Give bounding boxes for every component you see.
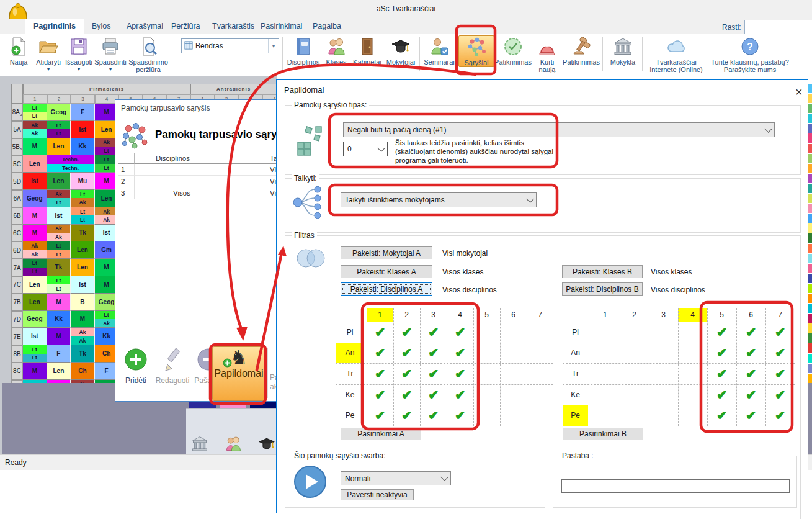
toolbar-item-sąryšiai[interactable]: Sąryšiai	[458, 35, 494, 67]
change-subjects-b-button[interactable]: Pakeisti: Disciplinos B	[562, 282, 643, 296]
class-row-label-5A[interactable]: 5A	[11, 121, 23, 138]
tab-pagrindinis[interactable]: Pagrindinis	[25, 19, 84, 34]
toolbar-item-išsaugoti[interactable]: Išsaugoti▾	[65, 35, 93, 72]
advanced-button[interactable]: ♞ Papildomai	[212, 346, 265, 401]
checkmark-icon[interactable]: ✔	[367, 384, 393, 405]
grid-cell[interactable]	[527, 405, 553, 426]
toolbar-item-spausdinti[interactable]: Spausdinti▾	[94, 35, 127, 72]
day-label-pi[interactable]: Pi	[336, 322, 364, 343]
lesson-cell[interactable]: Len	[23, 276, 47, 294]
grid-cell[interactable]	[620, 363, 649, 384]
checkmark-icon[interactable]: ✔	[707, 322, 736, 343]
relation-type-select[interactable]: Negali būti tą pačią dieną (#1)	[343, 122, 775, 137]
grid-cell[interactable]	[500, 363, 527, 384]
class-row-label-7B[interactable]: 7B	[11, 294, 23, 311]
grid-cell[interactable]	[500, 405, 527, 426]
class-row-label-7E[interactable]: 7E	[11, 328, 23, 345]
lesson-cell[interactable]: LtLt	[47, 241, 71, 259]
checkmark-icon[interactable]: ✔	[765, 405, 795, 426]
grid-cell[interactable]	[527, 384, 553, 405]
checkmark-icon[interactable]: ✔	[420, 384, 447, 405]
period-header-6[interactable]: 6	[736, 308, 765, 322]
lesson-cell[interactable]: M	[47, 380, 71, 383]
class-row-label-5B[interactable]: 5B6	[11, 138, 23, 156]
period-grid-a[interactable]: 1234567Pi✔✔✔✔An✔✔✔✔Tr✔✔✔✔Ke✔✔✔✔Pe✔✔✔✔	[336, 308, 553, 426]
checkmark-icon[interactable]: ✔	[393, 384, 420, 405]
class-row-label-6B[interactable]: 6B	[11, 207, 23, 225]
lesson-cell[interactable]: AkAk	[23, 121, 47, 138]
grid-cell[interactable]	[678, 384, 707, 405]
lesson-cell[interactable]: M	[47, 328, 71, 345]
grid-cell[interactable]	[678, 322, 707, 343]
checkmark-icon[interactable]: ✔	[765, 343, 795, 364]
day-label-ke[interactable]: Ke	[563, 384, 588, 405]
grid-cell[interactable]	[649, 363, 678, 384]
grid-cell[interactable]	[500, 343, 527, 364]
exceptions-select[interactable]: 0	[343, 142, 388, 156]
day-label-pe[interactable]: Pe	[336, 405, 364, 426]
note-input[interactable]	[561, 479, 790, 493]
toolbar-item-kurti-naują[interactable]: Kurti naują	[533, 35, 561, 73]
class-row-label-5C[interactable]: 5C	[11, 155, 23, 173]
lesson-cell[interactable]: Tk	[23, 380, 47, 383]
checkmark-icon[interactable]: ✔	[420, 405, 447, 426]
tab-pasirinkimai[interactable]: Pasirinkimai	[252, 19, 311, 34]
checkmark-icon[interactable]: ✔	[447, 405, 473, 426]
change-classes-a-button[interactable]: Pakeisti: Klasės A	[341, 265, 432, 278]
grid-cell[interactable]	[678, 343, 707, 364]
lesson-cell[interactable]: Geog	[23, 311, 47, 328]
lesson-cell[interactable]: F	[47, 345, 71, 363]
checkmark-icon[interactable]: ✔	[707, 405, 736, 426]
grid-cell[interactable]	[473, 343, 500, 364]
toolbar-item-patikrinimas[interactable]: Patikrinimas	[494, 35, 532, 66]
checkmark-icon[interactable]: ✔	[367, 343, 393, 364]
lesson-cell[interactable]: Len	[71, 241, 95, 259]
lesson-cell[interactable]: LtLt	[23, 259, 47, 276]
checkmark-icon[interactable]: ✔	[393, 343, 420, 364]
add-relation-button[interactable]: Pridėti	[120, 347, 151, 385]
grid-cell[interactable]	[591, 343, 620, 364]
period-header-3[interactable]: 3	[420, 308, 447, 322]
period-header-7[interactable]: 7	[765, 308, 795, 322]
lesson-cell[interactable]: AkAk	[47, 225, 71, 242]
period-header-1[interactable]: 1	[591, 308, 620, 322]
period-header-4[interactable]: 4	[447, 308, 473, 322]
lesson-cell[interactable]: Len	[47, 173, 71, 190]
tab-bylos[interactable]: Bylos	[83, 19, 120, 34]
toolbar-item-mokykla[interactable]: Mokykla	[607, 35, 639, 66]
grid-cell[interactable]	[620, 405, 649, 426]
lesson-cell[interactable]: Mu	[71, 173, 95, 190]
find-input[interactable]	[744, 20, 812, 35]
period-header-5[interactable]: 5	[707, 308, 736, 322]
toolbar-item-disciplinos[interactable]: Disciplinos	[285, 35, 321, 66]
class-row-label-8B[interactable]: 8B	[11, 345, 23, 363]
period-header-6[interactable]: 6	[500, 308, 527, 322]
importance-select[interactable]: Normali	[341, 471, 451, 485]
lesson-cell[interactable]: Ch	[71, 363, 95, 380]
toolbar-item-seminarai[interactable]: Seminarai	[423, 35, 455, 66]
lesson-cell[interactable]: Kk	[71, 138, 95, 156]
lesson-cell[interactable]: M	[47, 294, 71, 311]
apply-to-select[interactable]: Taikyti išrinktiems mokytojams	[341, 192, 537, 207]
grid-cell[interactable]	[500, 322, 527, 343]
lesson-cell[interactable]: M	[71, 311, 95, 328]
lesson-cell[interactable]: Tk	[47, 259, 71, 276]
grid-cell[interactable]	[678, 405, 707, 426]
period-header-7[interactable]: 7	[527, 308, 553, 322]
lesson-cell[interactable]: M	[23, 225, 47, 242]
period-header-5[interactable]: 5	[473, 308, 500, 322]
view-select[interactable]: Bendras▾	[181, 38, 279, 53]
tab-pagalba[interactable]: Pagalba	[304, 19, 350, 34]
checkmark-icon[interactable]: ✔	[393, 405, 420, 426]
checkmark-icon[interactable]: ✔	[736, 322, 765, 343]
grid-cell[interactable]	[649, 384, 678, 405]
period-header-2[interactable]: 2	[393, 308, 420, 322]
checkmark-icon[interactable]: ✔	[420, 322, 447, 343]
checkmark-icon[interactable]: ✔	[447, 363, 473, 384]
grid-cell[interactable]	[500, 384, 527, 405]
checkmark-icon[interactable]: ✔	[707, 343, 736, 364]
grid-cell[interactable]	[591, 405, 620, 426]
toolbar-item-nauja[interactable]: Nauja	[5, 35, 32, 66]
day-label-an[interactable]: An	[336, 343, 364, 364]
checkmark-icon[interactable]: ✔	[420, 343, 447, 364]
